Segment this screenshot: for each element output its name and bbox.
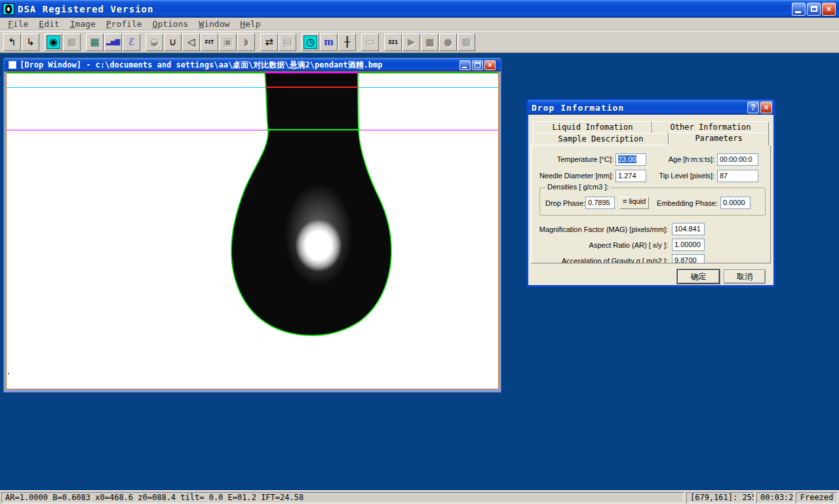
dialog-titlebar[interactable]: Drop Information ? × <box>528 100 774 115</box>
temperature-label: Temperature [°C]: <box>532 155 614 163</box>
frame-counter-321-icon: 321 <box>386 35 400 49</box>
print-button[interactable]: ▭ <box>361 33 379 51</box>
epsilon-analysis-icon: ℰ <box>125 35 138 49</box>
syringe-dosing-icon: ╂ <box>340 35 354 49</box>
embedding-phase-label: Embedding Phase: <box>642 199 718 207</box>
record-button[interactable]: ● <box>439 33 457 51</box>
pendant-drop-outline-button[interactable]: ∪ <box>164 33 182 51</box>
calipers-mirror-icon: ⇄ <box>262 35 276 49</box>
drop-volume-icon: ◗ <box>239 35 253 49</box>
menu-file[interactable]: File <box>3 18 33 29</box>
copy-image-icon: ▦ <box>65 35 79 49</box>
dsa-drop-logo-button[interactable]: ◉ <box>45 33 62 51</box>
contact-angle-button[interactable]: ◁ <box>182 33 200 51</box>
fit-icon: FIT <box>203 35 216 49</box>
drop-volume-button[interactable]: ◗ <box>237 33 255 51</box>
fit-window-icon: ▣ <box>221 35 235 49</box>
drop-information-dialog[interactable]: Drop Information ? × Liquid Infomation O… <box>526 99 775 287</box>
drop-image-canvas[interactable] <box>6 71 499 389</box>
bar-chart-button[interactable]: ▂▅▇ <box>104 33 122 51</box>
epsilon-analysis-button[interactable]: ℰ <box>123 33 140 51</box>
stop-button[interactable]: ■ <box>421 33 439 51</box>
dsa-drop-logo-icon: ◉ <box>47 35 60 49</box>
menu-options[interactable]: Options <box>147 18 194 29</box>
drop-window-title: [Drop Window] - c:\documents and setting… <box>20 60 382 71</box>
calipers-mirror-button[interactable]: ⇄ <box>260 33 278 51</box>
fit-button[interactable]: FIT <box>201 33 218 51</box>
frame-counter-321-button[interactable]: 321 <box>384 33 402 51</box>
drop-phase-label: Drop Phase: <box>545 199 583 207</box>
menu-edit[interactable]: Edit <box>33 18 64 29</box>
fit-window-button[interactable]: ▣ <box>219 33 237 51</box>
pendant-drop-outline-icon: ∪ <box>166 35 180 49</box>
import-image-icon: ↰ <box>5 35 19 49</box>
restore-icon[interactable] <box>807 3 821 16</box>
gravity-field[interactable]: 9.8700 <box>672 254 705 263</box>
drop-phase-field[interactable]: 0.7895 <box>585 197 615 209</box>
tip-level-label: Tip Level [pixels]: <box>633 172 714 180</box>
toolbar: ↰↳◉▦▦▂▅▇ℰ◒∪◁FIT▣◗⇄▤◷m╂▭321▶■●▦ <box>0 31 839 52</box>
help-icon[interactable]: ? <box>747 102 759 113</box>
magnification-m-button[interactable]: m <box>320 33 338 51</box>
drop-window[interactable]: [Drop Window] - c:\documents and setting… <box>3 58 501 393</box>
sessile-drop-button[interactable]: ◒ <box>146 33 163 51</box>
magnification-field[interactable]: 104.841 <box>672 223 705 235</box>
age-label: Age [h:m:s:ts]: <box>633 155 714 163</box>
embedding-phase-field[interactable]: 0.0000 <box>720 197 751 209</box>
compass-clock-button[interactable]: ◷ <box>302 33 319 51</box>
age-field[interactable]: 00:00:00:0 <box>717 153 758 166</box>
stop-icon: ■ <box>423 35 437 49</box>
print-icon: ▭ <box>363 35 377 49</box>
cancel-button[interactable]: 取消 <box>724 269 766 284</box>
menu-image[interactable]: Image <box>65 18 101 29</box>
export-image-icon: ↳ <box>24 35 37 49</box>
clipboard-report-button[interactable]: ▤ <box>279 33 296 51</box>
menu-help[interactable]: Help <box>235 18 265 29</box>
specular-highlight <box>295 219 342 271</box>
close-icon[interactable]: × <box>760 102 772 113</box>
magnification-m-icon: m <box>322 35 336 49</box>
copy-image-button[interactable]: ▦ <box>63 33 81 51</box>
menu-bar: FileEditImageProfileOptionsWindowHelp <box>0 18 839 30</box>
status-measurements: AR=1.0000 B=0.6083 x0=468.6 z0=088.4 til… <box>1 492 684 503</box>
close-icon[interactable]: × <box>484 60 496 70</box>
maximize-icon[interactable] <box>472 60 483 70</box>
play-button[interactable]: ▶ <box>402 33 420 51</box>
status-timer: 00:03:26 <box>756 492 794 503</box>
clipboard-report-icon: ▤ <box>281 35 294 49</box>
sessile-drop-icon: ◒ <box>147 35 161 49</box>
workspace: [Drop Window] - c:\documents and setting… <box>0 52 839 490</box>
tab-sample-description[interactable]: Sample Description <box>533 133 669 145</box>
dsa-application: DSA Registered Version × FileEditImagePr… <box>0 0 839 504</box>
drop-window-titlebar[interactable]: [Drop Window] - c:\documents and setting… <box>4 58 501 71</box>
dialog-body: Liquid Infomation Other Information Samp… <box>528 115 773 284</box>
menu-profile[interactable]: Profile <box>101 18 147 29</box>
status-bar: AR=1.0000 B=0.6083 x0=468.6 z0=088.4 til… <box>0 490 839 504</box>
bar-chart-icon: ▂▅▇ <box>106 35 120 49</box>
ok-button[interactable]: 确定 <box>677 269 720 284</box>
dialog-title: Drop Information <box>528 103 624 113</box>
tip-level-field[interactable]: 87 <box>717 170 758 182</box>
tab-parameters[interactable]: Parameters <box>669 132 769 145</box>
export-image-button[interactable]: ↳ <box>22 33 39 51</box>
close-icon[interactable]: × <box>822 3 836 16</box>
gravity-label: Acceralation of Gravity g [ m/s2 ]: <box>532 257 668 263</box>
minimize-icon[interactable] <box>792 3 806 16</box>
densities-label: Densities [ g/cm3 ]: <box>545 183 611 191</box>
result-table-button[interactable]: ▦ <box>86 33 104 51</box>
play-icon: ▶ <box>404 35 418 49</box>
syringe-dosing-button[interactable]: ╂ <box>338 33 356 51</box>
result-table-icon: ▦ <box>88 35 102 49</box>
import-image-button[interactable]: ↰ <box>3 33 21 51</box>
status-freeze-state: Freezed <box>796 492 838 503</box>
aspect-ratio-field[interactable]: 1.00000 <box>672 239 705 251</box>
parameters-tab-page: Temperature [°C]: 23.00 Age [h:m:s:ts]: … <box>531 145 771 263</box>
tab-liquid-information[interactable]: Liquid Infomation <box>533 121 652 134</box>
video-grid-button[interactable]: ▦ <box>458 33 475 51</box>
minimize-icon[interactable] <box>459 60 471 70</box>
densities-groupbox: Densities [ g/cm3 ]: Drop Phase: 0.7895 … <box>539 187 766 216</box>
needle-diameter-label: Needle Diameter [mm]: <box>532 172 614 180</box>
main-titlebar[interactable]: DSA Registered Version × <box>0 0 839 18</box>
status-cursor-readout: [679,161]: 255 <box>686 492 754 503</box>
menu-window[interactable]: Window <box>193 18 235 29</box>
